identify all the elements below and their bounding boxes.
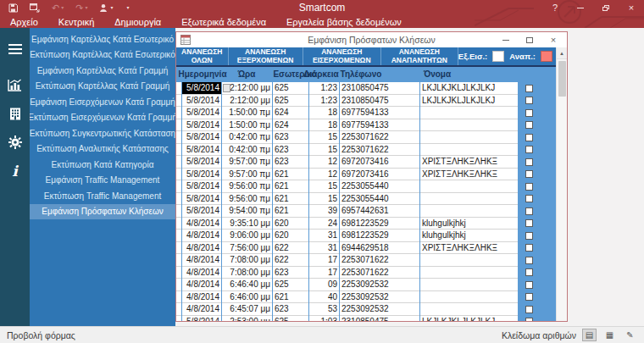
extension-cell[interactable]: 622 xyxy=(273,242,308,255)
row-checkbox[interactable] xyxy=(525,195,533,202)
phone-cell[interactable]: 2310850475 xyxy=(340,82,419,95)
sidebar-item[interactable]: Εκτύπωση Συγκεντρωτικής Κατάσταση xyxy=(30,125,175,141)
account-dropdown-icon[interactable]: ▾ xyxy=(110,5,113,10)
name-cell[interactable] xyxy=(420,180,518,193)
phone-cell[interactable]: 2253071622 xyxy=(340,254,419,267)
name-cell[interactable]: LKJLKJKLJLKJLKJ xyxy=(420,95,518,108)
help-button[interactable]: ? xyxy=(542,0,568,15)
name-cell[interactable] xyxy=(420,144,518,157)
time-cell[interactable]: 9:57:00 πμ xyxy=(222,169,272,181)
time-cell[interactable]: 9:56:00 πμ xyxy=(222,180,272,193)
time-cell[interactable]: 0:42:00 πμ xyxy=(222,131,272,144)
name-cell[interactable]: ΧΡΙΣΤΞΛΗΚΞΛΗΚΞ xyxy=(420,156,518,169)
record-selector[interactable] xyxy=(176,180,181,193)
date-cell[interactable]: 4/8/2014 xyxy=(182,218,221,230)
record-selector[interactable] xyxy=(176,242,181,255)
row-checkbox[interactable] xyxy=(525,97,533,104)
name-cell[interactable]: LKJLKJKLJLKJLKJ xyxy=(420,316,518,322)
date-cell[interactable]: 5/8/2014 xyxy=(182,107,221,119)
sidebar-item[interactable]: Εμφάνιση Καρτέλλας Κατά Εσωτερικό xyxy=(30,31,175,47)
row-checkbox[interactable] xyxy=(525,293,533,301)
customize-toolbar-icon[interactable]: ▾ xyxy=(125,5,129,10)
duration-cell[interactable]: 40 xyxy=(309,291,339,304)
record-selector[interactable] xyxy=(176,144,181,157)
extension-cell[interactable]: 623 xyxy=(273,144,308,157)
record-selector[interactable] xyxy=(176,131,181,144)
refresh-outgoing-button[interactable]: ΑΝΑΝΕΩΣΗ ΕΞΕΡΧΟΜΕΝΩΝ xyxy=(229,47,303,65)
phone-cell[interactable]: 6957442631 xyxy=(340,205,419,218)
phone-cell[interactable]: 6977594133 xyxy=(340,107,419,119)
date-cell[interactable]: 5/8/2014 xyxy=(182,95,221,108)
name-cell[interactable] xyxy=(420,107,518,119)
row-checkbox[interactable] xyxy=(525,183,533,191)
duration-cell[interactable]: 39 xyxy=(309,205,339,218)
extension-cell[interactable]: 625 xyxy=(273,279,308,291)
form-view-icon[interactable]: ▤ xyxy=(582,329,597,341)
record-selector[interactable] xyxy=(176,218,181,230)
name-cell[interactable]: kluhgulkjhkj xyxy=(420,218,518,230)
duration-cell[interactable]: 15 xyxy=(309,193,339,206)
name-cell[interactable] xyxy=(420,267,518,279)
extension-cell[interactable]: 623 xyxy=(273,156,308,169)
record-selector[interactable] xyxy=(176,119,181,132)
date-cell[interactable]: 4/8/2014 xyxy=(182,230,221,242)
duration-cell[interactable]: 1:23 xyxy=(309,82,339,95)
phone-cell[interactable]: 2310850475 xyxy=(340,316,419,322)
duration-cell[interactable]: 53 xyxy=(309,303,339,316)
row-checkbox[interactable] xyxy=(525,207,533,215)
phone-cell[interactable]: 6981223529 xyxy=(340,230,419,242)
time-cell[interactable]: 1:50:00 πμ xyxy=(222,119,272,132)
sidebar-item[interactable]: Εκτύπωση Καρτέλλας Κατά Εσωτερικό xyxy=(30,47,175,64)
date-cell[interactable]: 5/8/2014 xyxy=(182,205,221,218)
refresh-missed-button[interactable]: ΑΝΑΝΕΩΣΗ ΑΝΑΠΑΝΤΗΤΩΝ xyxy=(381,47,458,65)
row-checkbox[interactable] xyxy=(525,134,533,141)
sidebar-item[interactable]: Εκτύπωση Καρτέλλας Κατά Γραμμή xyxy=(30,79,175,95)
layout-view-icon[interactable]: ✎ xyxy=(623,329,637,341)
name-cell[interactable] xyxy=(420,193,518,206)
phone-cell[interactable]: 2253071622 xyxy=(340,144,419,157)
form-view-icon[interactable] xyxy=(30,3,40,13)
extension-cell[interactable]: 625 xyxy=(273,316,308,322)
duration-cell[interactable]: 15 xyxy=(309,144,339,157)
row-checkbox[interactable] xyxy=(525,232,533,240)
time-cell[interactable]: 9:57:00 πμ xyxy=(222,156,272,169)
time-cell[interactable]: 9:35:10 μμ xyxy=(222,218,272,230)
row-checkbox[interactable] xyxy=(525,121,533,129)
extension-cell[interactable]: 623 xyxy=(273,267,308,279)
sidebar-item[interactable]: Εμφάνιση Traffic Management xyxy=(30,173,175,189)
sidebar-item[interactable]: Εμφάνιση Καρτέλλας Κατά Γραμμή xyxy=(30,63,175,79)
sidebar-item[interactable]: Εμφάνιση Πρόσφατων Κλήσεων xyxy=(30,204,175,220)
date-cell[interactable]: 5/8/2014 xyxy=(182,193,221,206)
duration-cell[interactable]: 31 xyxy=(309,242,339,255)
date-cell[interactable]: 4/8/2014 xyxy=(182,291,221,304)
restore-button[interactable] xyxy=(593,0,619,15)
duration-cell[interactable]: 15 xyxy=(309,180,339,193)
record-selector[interactable] xyxy=(176,291,181,304)
time-cell[interactable]: 6:46:40 μμ xyxy=(222,279,272,291)
duration-cell[interactable]: 18 xyxy=(309,107,339,119)
record-selector[interactable] xyxy=(176,95,181,108)
date-cell[interactable]: 5/8/2014 xyxy=(182,156,221,169)
extension-cell[interactable]: 620 xyxy=(273,230,308,242)
date-cell[interactable]: 5/8/2014 xyxy=(182,119,221,132)
phone-cell[interactable]: 2253055440 xyxy=(340,180,419,193)
row-checkbox[interactable] xyxy=(525,146,533,153)
record-selector[interactable] xyxy=(176,82,181,95)
time-cell[interactable]: 7:08:00 μμ xyxy=(222,254,272,267)
duration-cell[interactable]: 31 xyxy=(309,230,339,242)
phone-cell[interactable]: 6972073416 xyxy=(340,169,419,181)
time-cell[interactable]: 1:50:00 πμ xyxy=(222,107,272,119)
extension-cell[interactable]: 623 xyxy=(273,131,308,144)
date-picker-icon[interactable] xyxy=(223,84,230,92)
time-cell[interactable]: 2:12:00 μμ xyxy=(222,95,272,108)
date-cell[interactable]: 5/8/2014 xyxy=(182,131,221,144)
duration-cell[interactable]: 24 xyxy=(309,218,339,230)
extension-cell[interactable]: 622 xyxy=(273,254,308,267)
date-cell[interactable]: 5/8/2014 xyxy=(182,144,221,157)
date-cell[interactable]: 4/8/2014 xyxy=(182,279,221,291)
save-icon[interactable] xyxy=(8,3,18,13)
name-cell[interactable] xyxy=(420,205,518,218)
phone-cell[interactable]: 2253092532 xyxy=(340,279,419,291)
row-checkbox[interactable] xyxy=(525,244,533,252)
duration-cell[interactable]: 12 xyxy=(309,169,339,181)
